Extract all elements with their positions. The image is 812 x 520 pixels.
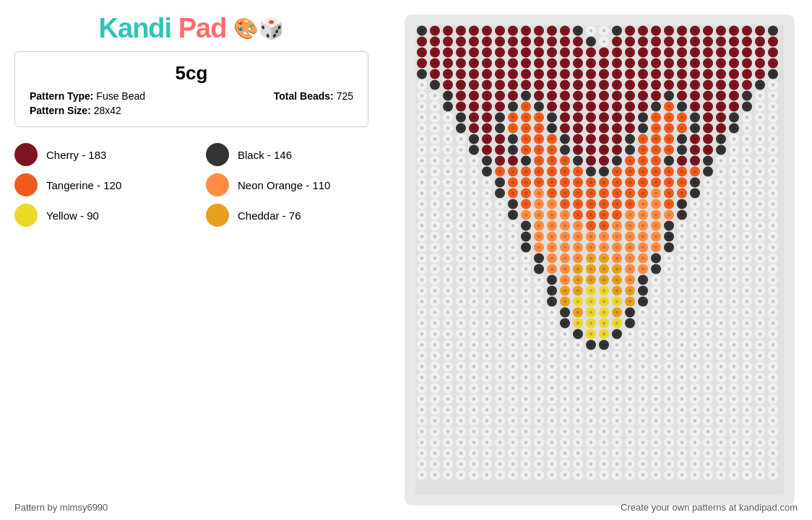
color-swatch: [14, 204, 38, 227]
bead-canvas: [415, 25, 784, 495]
color-label: Yellow - 90: [46, 209, 99, 222]
footer-right: Create your own patterns at kandipad.com: [621, 502, 798, 513]
info-col-left: Pattern Type: Fuse Bead Pattern Size: 28…: [30, 90, 145, 116]
pattern-type-row: Pattern Type: Fuse Bead: [30, 90, 145, 102]
footer-left: Pattern by mimsy6990: [14, 502, 108, 513]
pattern-type-value: Fuse Bead: [96, 90, 145, 102]
colors-section: Cherry - 183Black - 146Tangerine - 120Ne…: [14, 140, 368, 230]
color-label: Neon Orange - 110: [238, 179, 330, 191]
info-grid: Pattern Type: Fuse Bead Pattern Size: 28…: [30, 90, 353, 116]
color-label: Tangerine - 120: [46, 179, 121, 191]
color-swatch: [14, 143, 38, 166]
pattern-size-row: Pattern Size: 28x42: [30, 105, 145, 116]
total-beads-row: Total Beads: 725: [274, 90, 353, 102]
bead-grid-container: [405, 14, 795, 506]
color-swatch: [206, 173, 229, 196]
color-label: Cherry - 183: [46, 149, 106, 161]
pattern-size-label: Pattern Size:: [30, 105, 91, 116]
color-swatch: [206, 143, 229, 166]
info-col-right: Total Beads: 725: [274, 90, 353, 116]
color-item: Neon Orange - 110: [206, 173, 368, 196]
color-label: Cheddar - 76: [238, 209, 301, 222]
color-swatch: [206, 204, 229, 227]
logo-space: [171, 13, 178, 43]
logo-kandi: Kandi: [99, 13, 172, 43]
pattern-title: 5cg: [30, 62, 353, 84]
left-panel: Kandi Pad 🎨🎲 5cg Pattern Type: Fuse Bead…: [0, 0, 383, 520]
pattern-type-label: Pattern Type:: [30, 90, 93, 102]
pattern-size-value: 28x42: [94, 105, 121, 116]
logo: Kandi Pad: [99, 13, 227, 44]
color-item: Yellow - 90: [14, 204, 177, 227]
color-item: Cheddar - 76: [206, 204, 368, 227]
colors-grid: Cherry - 183Black - 146Tangerine - 120Ne…: [14, 140, 368, 230]
bead-grid-panel: [405, 14, 795, 506]
color-item: Black - 146: [206, 143, 368, 166]
color-label: Black - 146: [238, 149, 292, 161]
total-beads-value: 725: [337, 90, 353, 102]
total-beads-label: Total Beads:: [274, 90, 334, 102]
info-box: 5cg Pattern Type: Fuse Bead Pattern Size…: [14, 51, 368, 127]
color-swatch: [14, 173, 38, 196]
logo-icon: 🎨🎲: [233, 17, 284, 40]
header: Kandi Pad 🎨🎲: [0, 0, 383, 51]
color-item: Cherry - 183: [14, 143, 177, 166]
color-item: Tangerine - 120: [14, 173, 177, 196]
logo-pad: Pad: [178, 13, 227, 43]
